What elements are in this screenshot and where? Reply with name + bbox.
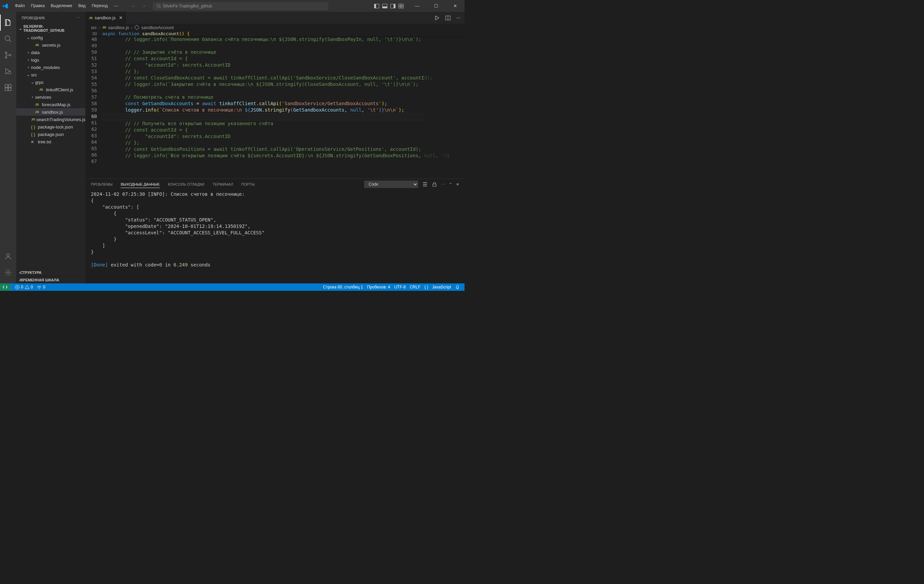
tree-item-grpc[interactable]: ⌄grpc bbox=[16, 78, 86, 86]
menu-file[interactable]: Файл bbox=[12, 2, 28, 10]
layout-sidebar-left-icon[interactable] bbox=[374, 3, 380, 9]
js-file-icon: JS bbox=[31, 117, 35, 121]
menu-go[interactable]: Переход bbox=[89, 2, 111, 10]
layout-sidebar-right-icon[interactable] bbox=[390, 3, 396, 9]
window-maximize-icon[interactable]: ☐ bbox=[429, 3, 443, 8]
panel-tab-problems[interactable]: ПРОБЛЕМЫ bbox=[91, 181, 112, 188]
panel-tab-output[interactable]: ВЫХОДНЫЕ ДАННЫЕ bbox=[120, 181, 160, 188]
tree-item-tinkoffClient-js[interactable]: JStinkoffClient.js bbox=[16, 86, 86, 93]
tree-item-package-lock-json[interactable]: { }package-lock.json bbox=[16, 123, 86, 131]
activity-explorer[interactable] bbox=[0, 15, 16, 31]
sidebar-outline[interactable]: › СТРУКТУРА bbox=[16, 268, 86, 276]
tree-item-services[interactable]: ›services bbox=[16, 93, 86, 101]
search-icon bbox=[4, 35, 12, 43]
close-icon[interactable]: ✕ bbox=[456, 182, 459, 187]
bell-icon bbox=[455, 285, 460, 290]
chevron-icon: ⌄ bbox=[26, 35, 31, 40]
tree-item-node_modules[interactable]: ›node_modules bbox=[16, 64, 86, 71]
editor-tabs: JS sandbox.js ✕ ⋯ bbox=[86, 12, 465, 24]
split-editor-icon[interactable] bbox=[445, 15, 451, 21]
radio-tower-icon bbox=[37, 285, 41, 290]
activity-extensions[interactable] bbox=[0, 79, 16, 96]
menu-edit[interactable]: Правка bbox=[28, 2, 48, 10]
code-editor[interactable]: 30 async function sandboxAccount() { 484… bbox=[86, 31, 465, 179]
command-center-text: SilverFir-TradingBot_github bbox=[163, 4, 212, 8]
sidebar-title: ПРОВОДНИК bbox=[21, 16, 45, 20]
breadcrumb[interactable]: src › JS sandbox.js › sandboxAccount bbox=[86, 24, 465, 31]
tree-item-data[interactable]: ›data bbox=[16, 49, 86, 56]
sidebar: ПРОВОДНИК ⋯ ⌄ SILVERFIR-TRADINGBOT_GITHU… bbox=[16, 12, 86, 283]
sidebar-timeline[interactable]: › ВРЕМЕННАЯ ШКАЛА bbox=[16, 276, 86, 283]
minimap[interactable] bbox=[424, 31, 465, 179]
tab-sandbox-js[interactable]: JS sandbox.js ✕ bbox=[86, 12, 126, 24]
svg-rect-27 bbox=[433, 184, 436, 186]
activity-search[interactable] bbox=[0, 31, 16, 47]
nav-back-icon[interactable]: ← bbox=[131, 3, 135, 8]
js-file-icon: JS bbox=[35, 110, 41, 114]
panel: ПРОБЛЕМЫ ВЫХОДНЫЕ ДАННЫЕ КОНСОЛЬ ОТЛАДКИ… bbox=[86, 179, 465, 283]
status-encoding[interactable]: UTF-8 bbox=[392, 285, 408, 290]
svg-rect-3 bbox=[375, 4, 376, 8]
panel-tab-ports[interactable]: ПОРТЫ bbox=[241, 181, 255, 188]
svg-point-17 bbox=[8, 71, 11, 74]
file-icon: ≡ bbox=[31, 139, 36, 144]
tree-item-secrets-js[interactable]: JSsecrets.js bbox=[16, 41, 86, 49]
menu-view[interactable]: Вид bbox=[76, 2, 89, 10]
tree-item-forecastMap-js[interactable]: JSforecastMap.js bbox=[16, 101, 86, 108]
chevron-icon: ⌄ bbox=[30, 80, 35, 84]
gear-icon bbox=[4, 268, 12, 276]
more-icon[interactable]: ⋯ bbox=[441, 182, 445, 187]
svg-point-15 bbox=[5, 57, 7, 58]
titlebar: Файл Правка Выделение Вид Переход ⋯ ← → … bbox=[0, 0, 465, 12]
status-indentation[interactable]: Пробелов: 4 bbox=[365, 285, 392, 290]
close-icon[interactable]: ✕ bbox=[119, 15, 123, 20]
list-icon[interactable] bbox=[422, 182, 428, 187]
project-root[interactable]: ⌄ SILVERFIR-TRADINGBOT_GITHUB bbox=[16, 24, 86, 33]
tree-item-src[interactable]: ⌄src bbox=[16, 71, 86, 78]
activity-account[interactable] bbox=[0, 248, 16, 265]
activity-scm[interactable] bbox=[0, 47, 16, 63]
tree-item-config[interactable]: ⌄config bbox=[16, 34, 86, 41]
sticky-scroll[interactable]: 30 async function sandboxAccount() { bbox=[86, 31, 465, 36]
activity-bar bbox=[0, 12, 16, 283]
window-close-icon[interactable]: ✕ bbox=[448, 3, 462, 8]
command-center[interactable]: SilverFir-TradingBot_github bbox=[153, 2, 328, 10]
status-problems[interactable]: 0 0 bbox=[13, 285, 35, 290]
account-icon bbox=[4, 252, 12, 260]
menu-selection[interactable]: Выделение bbox=[48, 2, 75, 10]
output-channel-select[interactable]: Code bbox=[364, 180, 418, 188]
js-file-icon: JS bbox=[102, 26, 106, 29]
remote-indicator[interactable] bbox=[0, 283, 10, 291]
tree-item-tree-txt[interactable]: ≡tree.txt bbox=[16, 138, 86, 146]
more-icon[interactable]: ⋯ bbox=[456, 15, 460, 20]
chevron-icon: ⌄ bbox=[26, 72, 31, 77]
status-cursor[interactable]: Строка 60, столбец 1 bbox=[321, 285, 365, 290]
svg-rect-8 bbox=[399, 4, 401, 6]
chevron-up-icon[interactable]: ⌃ bbox=[449, 182, 452, 187]
status-ports[interactable]: 0 bbox=[35, 285, 47, 290]
status-language[interactable]: { } JavaScript bbox=[422, 285, 453, 290]
activity-debug[interactable] bbox=[0, 63, 16, 79]
svg-point-14 bbox=[5, 52, 7, 54]
tree-item-package-json[interactable]: { }package.json bbox=[16, 131, 86, 138]
tree-item-logs[interactable]: ›logs bbox=[16, 56, 86, 64]
js-file-icon: JS bbox=[89, 16, 92, 20]
output-content[interactable]: 2024-11-02 07:25:30 [INFO]: Список счето… bbox=[86, 190, 465, 283]
lock-icon[interactable] bbox=[432, 182, 437, 187]
menu-more-icon[interactable]: ⋯ bbox=[111, 2, 121, 10]
layout-customize-icon[interactable] bbox=[398, 3, 404, 9]
panel-tab-terminal[interactable]: ТЕРМИНАЛ bbox=[213, 181, 233, 188]
status-eol[interactable]: CRLF bbox=[408, 285, 422, 290]
window-minimize-icon[interactable]: — bbox=[411, 3, 424, 8]
panel-tab-debug-console[interactable]: КОНСОЛЬ ОТЛАДКИ bbox=[168, 181, 205, 188]
run-icon[interactable] bbox=[434, 15, 440, 21]
editor-area: JS sandbox.js ✕ ⋯ src › JS sandbox.js › … bbox=[86, 12, 465, 283]
activity-settings[interactable] bbox=[0, 265, 16, 281]
chevron-down-icon: ⌄ bbox=[19, 26, 22, 31]
tree-item-sandbox-js[interactable]: JSsandbox.js bbox=[16, 108, 86, 116]
tree-item-searchTradingVolumes-js[interactable]: JSsearchTradingVolumes.js bbox=[16, 116, 86, 123]
sidebar-more-icon[interactable]: ⋯ bbox=[76, 16, 80, 20]
layout-panel-icon[interactable] bbox=[382, 3, 388, 9]
status-notifications[interactable] bbox=[453, 285, 462, 290]
nav-forward-icon[interactable]: → bbox=[142, 3, 146, 8]
